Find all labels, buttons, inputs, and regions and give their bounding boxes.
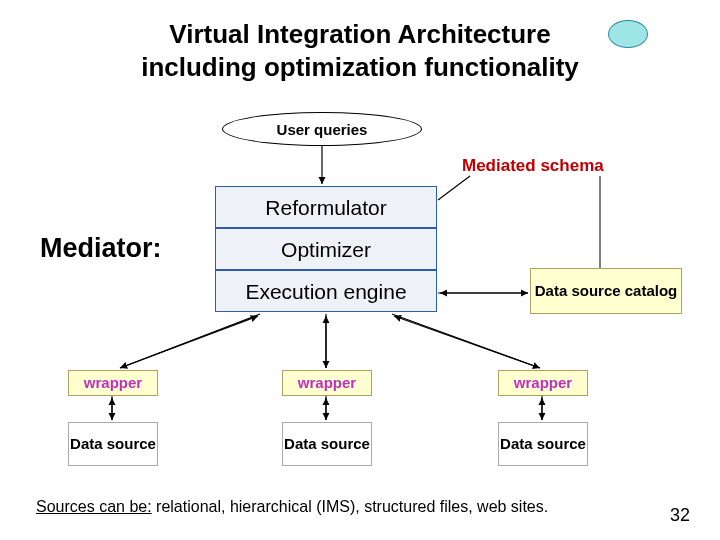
mediator-label: Mediator: (40, 233, 162, 264)
title-line2: including optimization functionality (141, 52, 579, 82)
data-source-label: Data source (500, 436, 586, 453)
data-source-box-3: Data source (498, 422, 588, 466)
mediated-schema-label: Mediated schema (462, 156, 604, 176)
wrapper-label: wrapper (298, 374, 356, 391)
optimizer-box: Optimizer (215, 228, 437, 270)
wrapper-box-1: wrapper (68, 370, 158, 396)
data-source-label: Data source (70, 436, 156, 453)
svg-line-1 (438, 176, 470, 200)
catalog-label: Data source catalog (535, 283, 678, 300)
data-source-label: Data source (284, 436, 370, 453)
wrapper-box-2: wrapper (282, 370, 372, 396)
wrapper-label: wrapper (514, 374, 572, 391)
mediator-stack: Reformulator Optimizer Execution engine (215, 186, 437, 312)
data-source-box-2: Data source (282, 422, 372, 466)
decorative-oval (608, 20, 648, 48)
wrapper-box-3: wrapper (498, 370, 588, 396)
svg-line-10 (394, 316, 540, 368)
wrapper-label: wrapper (84, 374, 142, 391)
user-queries-label: User queries (277, 121, 368, 138)
title-line1: Virtual Integration Architecture (169, 19, 550, 49)
page-number: 32 (670, 505, 690, 526)
user-queries-node: User queries (222, 112, 422, 146)
reformulator-box: Reformulator (215, 186, 437, 228)
svg-line-9 (392, 314, 540, 368)
footer-rest: relational, hierarchical (IMS), structur… (152, 498, 549, 515)
svg-line-6 (120, 316, 258, 368)
data-source-box-1: Data source (68, 422, 158, 466)
svg-line-5 (120, 314, 260, 368)
data-source-catalog-box: Data source catalog (530, 268, 682, 314)
footer-text: Sources can be: relational, hierarchical… (36, 498, 548, 516)
execution-engine-box: Execution engine (215, 270, 437, 312)
footer-prefix: Sources can be: (36, 498, 152, 515)
